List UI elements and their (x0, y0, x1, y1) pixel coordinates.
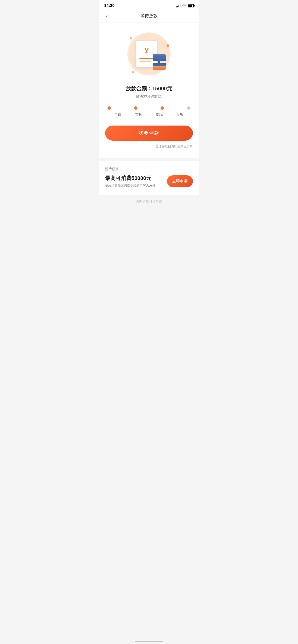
hourglass-middle (158, 60, 160, 63)
nav-bar: ‹ 等待放款 (99, 10, 199, 23)
back-button[interactable]: ‹ (104, 12, 110, 20)
amount-title: 放款金额：15000元 (105, 85, 193, 92)
doc-line-1 (139, 58, 154, 59)
progress-dot-1 (107, 106, 111, 110)
doc-lines (139, 58, 154, 62)
progress-section: 申请 审核 提现 到账 (105, 106, 193, 117)
step-label-4: 到账 (170, 112, 191, 117)
progress-dot-4 (187, 106, 191, 110)
signal-icon (176, 4, 181, 8)
amount-subtitle: 最快30分钟放款! (105, 94, 193, 99)
hourglass-bottom (153, 63, 166, 70)
step-label-1: 申请 (107, 112, 128, 117)
yen-symbol: ¥ (144, 46, 149, 55)
illustration-container: ¥ (125, 30, 173, 78)
card-title: 最高可消费50000元 (105, 175, 167, 182)
progress-dot-3 (161, 106, 164, 110)
amount-section: 放款金额：15000元 最快30分钟放款! (105, 85, 193, 99)
sand-fill (153, 66, 166, 70)
status-bar: 14:30 (99, 0, 199, 10)
step-label-3: 提现 (149, 112, 170, 117)
step-label-2: 审核 (128, 112, 149, 117)
section-divider (99, 158, 199, 161)
dot-decoration-1 (130, 37, 132, 39)
hero-illustration: ¥ (105, 30, 193, 78)
card-left: 最高可消费50000元 使用消费额度购物享受最高40天免息 (105, 175, 167, 188)
card-tag: 消费额度 (105, 167, 193, 171)
hourglass-icon (153, 54, 166, 71)
cta-note: 最终还款日按照放款日计算 (105, 144, 193, 149)
page-title: 等待放款 (140, 13, 158, 19)
battery-icon (188, 4, 194, 8)
apply-button[interactable]: 立即申请 (167, 176, 193, 187)
card-content: 最高可消费50000元 使用消费额度购物享受最高40天免息 立即申请 (105, 175, 193, 188)
status-icons (176, 4, 194, 8)
dot-decoration-3 (132, 71, 134, 73)
footer-text: 合理消费 理性借贷 (99, 195, 199, 211)
main-content: ¥ 放款金额：15000元 最快30分钟放款! (99, 23, 199, 158)
progress-labels: 申请 审核 提现 到账 (107, 112, 191, 117)
progress-dot-2 (134, 106, 137, 110)
status-time: 14:30 (104, 3, 114, 8)
card-desc: 使用消费额度购物享受最高40天免息 (105, 183, 167, 188)
hourglass-top (153, 54, 166, 60)
doc-line-2 (139, 60, 151, 62)
progress-track (107, 106, 191, 110)
dot-decoration-2 (167, 44, 169, 47)
urge-button[interactable]: 我要催款 (105, 126, 193, 141)
wifi-icon (182, 4, 186, 8)
footer-label: 合理消费 理性借贷 (136, 200, 162, 204)
bottom-card: 消费额度 最高可消费50000元 使用消费额度购物享受最高40天免息 立即申请 (99, 161, 199, 195)
